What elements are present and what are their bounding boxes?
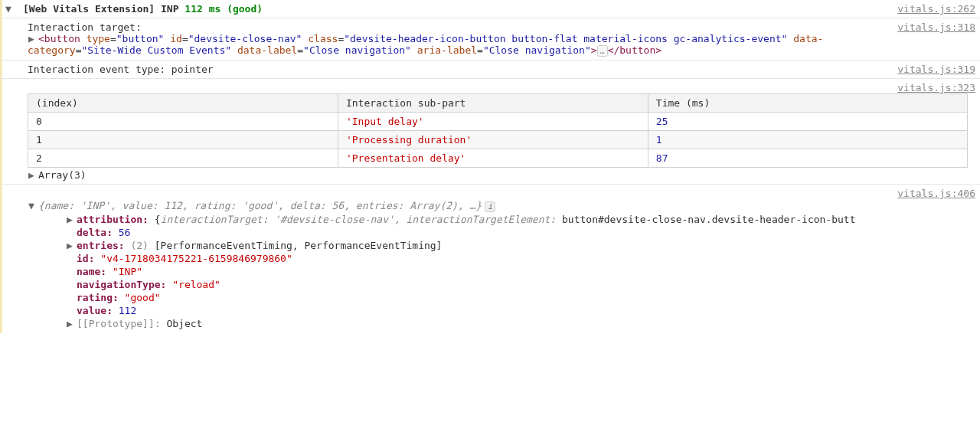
header-prefix: [Web Vitals Extension] INP xyxy=(23,3,179,15)
object-summary[interactable]: ▼{name: 'INP', value: 112, rating: 'good… xyxy=(28,199,975,213)
source-link[interactable]: vitals.js:318 xyxy=(897,21,975,57)
ellipsis-badge[interactable]: … xyxy=(597,45,608,57)
disclosure-closed-icon[interactable]: ▶ xyxy=(28,33,35,44)
console-panel: ▼ [Web Vitals Extension] INP 112 ms (goo… xyxy=(0,0,980,333)
col-index: (index) xyxy=(28,94,338,113)
disclosure-closed-icon[interactable]: ▶ xyxy=(66,240,74,251)
header-value: 112 ms xyxy=(185,3,220,15)
id-line: id: "v4-1718034175221-6159846979860" xyxy=(66,252,975,265)
disclosure-open-icon[interactable]: ▼ xyxy=(28,200,35,211)
prototype-line[interactable]: ▶[[Prototype]]: Object xyxy=(66,317,975,330)
dom-node-preview[interactable]: ▶<button type="button" id="devsite-close… xyxy=(28,33,897,57)
name-line: name: "INP" xyxy=(66,265,975,278)
entries-line[interactable]: ▶entries: (2) [PerformanceEventTiming, P… xyxy=(66,239,975,252)
event-type-text: Interaction event type: pointer xyxy=(5,64,897,75)
timing-table: (index) Interaction sub-part Time (ms) 0… xyxy=(28,93,968,168)
info-icon[interactable]: i xyxy=(485,201,495,212)
value-line: value: 112 xyxy=(66,304,975,317)
table-row: vitals.js:323 (index) Interaction sub-pa… xyxy=(0,79,980,185)
event-type-row: Interaction event type: pointer vitals.j… xyxy=(0,61,980,79)
delta-line: delta: 56 xyxy=(66,226,975,239)
interaction-target-row: Interaction target: ▶<button type="butto… xyxy=(0,18,980,61)
array-summary[interactable]: ▶Array(3) xyxy=(28,169,968,181)
log-header-row: ▼ [Web Vitals Extension] INP 112 ms (goo… xyxy=(0,0,980,18)
header-rating: (good) xyxy=(227,3,263,15)
col-subpart: Interaction sub-part xyxy=(338,94,648,113)
col-time: Time (ms) xyxy=(648,94,967,113)
source-link[interactable]: vitals.js:262 xyxy=(897,3,975,15)
disclosure-open-icon[interactable]: ▼ xyxy=(5,3,12,15)
navtype-line: navigationType: "reload" xyxy=(66,278,975,291)
interaction-target-label: Interaction target: xyxy=(28,21,897,33)
disclosure-closed-icon[interactable]: ▶ xyxy=(66,318,74,329)
source-link[interactable]: vitals.js:319 xyxy=(897,64,975,75)
source-link[interactable]: vitals.js:323 xyxy=(897,82,975,93)
disclosure-closed-icon[interactable]: ▶ xyxy=(28,169,35,181)
table-row-0: 0 'Input delay' 25 xyxy=(28,113,968,131)
table-row-1: 1 'Processing duration' 1 xyxy=(28,131,968,149)
disclosure-closed-icon[interactable]: ▶ xyxy=(66,214,74,225)
attribution-line[interactable]: ▶attribution: {interactionTarget: '#devs… xyxy=(66,213,975,226)
rating-line: rating: "good" xyxy=(66,291,975,304)
object-row: vitals.js:406 ▼{name: 'INP', value: 112,… xyxy=(0,185,980,333)
table-row-2: 2 'Presentation delay' 87 xyxy=(28,149,968,168)
source-link[interactable]: vitals.js:406 xyxy=(897,188,975,199)
